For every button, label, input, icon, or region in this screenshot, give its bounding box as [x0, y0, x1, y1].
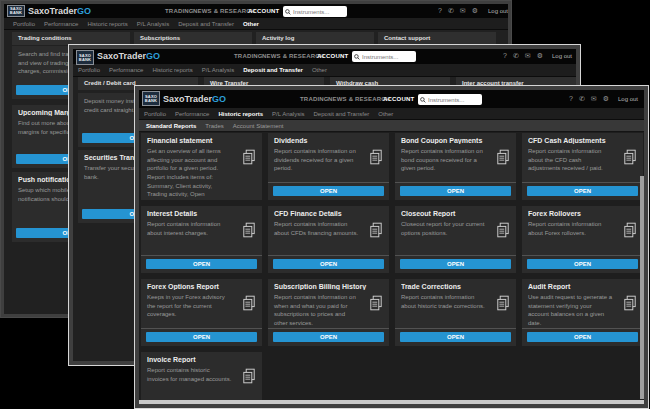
nav-news-research[interactable]: NEWS & RESEARCH	[262, 53, 324, 59]
settings-icon[interactable]: ⚙	[472, 6, 478, 16]
instrument-search[interactable]	[283, 6, 347, 17]
open-button[interactable]: OPEN	[527, 332, 638, 342]
tab-performance[interactable]: Performance	[175, 111, 209, 117]
open-button[interactable]: OPEN	[400, 186, 511, 196]
nav-news-research[interactable]: NEWS & RESEARCH	[328, 96, 390, 102]
tab-other[interactable]: Other	[312, 67, 327, 73]
open-button[interactable]: OPEN	[273, 186, 384, 196]
subtab-account-statement[interactable]: Account Statement	[233, 123, 284, 129]
nav-account[interactable]: ACCOUNT	[383, 96, 414, 102]
card-body: Closeout Report Closeout report for your…	[395, 206, 516, 255]
mail-icon[interactable]: ✉	[525, 51, 531, 61]
search-icon	[354, 54, 360, 60]
settings-icon[interactable]: ⚙	[603, 94, 609, 104]
search-input[interactable]	[428, 97, 480, 103]
tab-deposit-transfer[interactable]: Deposit and Transfer	[243, 67, 303, 73]
search-icon	[420, 97, 426, 103]
report-document-icon	[368, 222, 384, 238]
card-title: Forex Options Report	[147, 283, 256, 290]
instrument-search[interactable]	[352, 51, 416, 62]
nav-news-research[interactable]: NEWS & RESEARCH	[193, 8, 255, 14]
open-button[interactable]: OPEN	[527, 259, 638, 269]
card-footer: OPEN	[522, 328, 643, 346]
card-body: Bond Coupon Payments Report contains inf…	[395, 133, 516, 182]
open-button[interactable]: OPEN	[273, 259, 384, 269]
subtab-trades[interactable]: Trades	[205, 123, 223, 129]
logout-button[interactable]: Log out	[488, 8, 508, 14]
card-title: CFD Finance Details	[274, 210, 383, 217]
tab-performance[interactable]: Performance	[109, 67, 143, 73]
card-description: Report contains information about intere…	[147, 220, 256, 237]
horizontal-scrollbar[interactable]	[139, 400, 644, 404]
report-card-forex-options-report: Forex Options Report Keeps in your Forex…	[141, 279, 262, 346]
logout-button[interactable]: Log out	[552, 53, 572, 59]
header-icons: ? ✆ ✉ ⚙	[503, 51, 543, 61]
tab-pl-analysis[interactable]: P/L Analysis	[272, 111, 304, 117]
tab-historic-reports[interactable]: Historic reports	[87, 21, 127, 27]
report-card-subscription-billing-history: Subscription Billing History Report cont…	[268, 279, 389, 346]
report-card-cfd-finance-details: CFD Finance Details Report contains info…	[268, 206, 389, 273]
vertical-scrollbar[interactable]	[640, 176, 644, 399]
tab-historic-reports[interactable]: Historic reports	[218, 111, 263, 117]
window-historic-reports: SAXO BANK SaxoTraderGO TRADING NEWS & RE…	[134, 85, 649, 409]
help-icon[interactable]: ?	[503, 51, 507, 61]
logout-button[interactable]: Log out	[618, 96, 638, 102]
phone-icon[interactable]: ✆	[448, 6, 454, 16]
card-description: Report contains information about Forex …	[528, 220, 637, 237]
card-description: Report contains information about CFDs f…	[274, 220, 383, 237]
open-button[interactable]: OPEN	[527, 186, 638, 196]
card-title: Interest Details	[147, 210, 256, 217]
nav-account[interactable]: ACCOUNT	[248, 8, 279, 14]
nav-trading[interactable]: TRADING	[300, 96, 329, 102]
instrument-search[interactable]	[418, 94, 482, 105]
open-button[interactable]: OPEN	[400, 259, 511, 269]
search-input[interactable]	[293, 9, 345, 15]
card-title: Financial statement	[147, 137, 256, 144]
help-icon[interactable]: ?	[569, 94, 573, 104]
card-body: CFD Finance Details Report contains info…	[268, 206, 389, 255]
tab-other[interactable]: Other	[378, 111, 393, 117]
app-header: SAXO BANK SaxoTraderGO TRADING NEWS & RE…	[73, 49, 576, 64]
mail-icon[interactable]: ✉	[591, 94, 597, 104]
report-document-icon	[241, 222, 257, 238]
open-button[interactable]: OPEN	[146, 332, 257, 342]
tab-historic-reports[interactable]: Historic reports	[152, 67, 192, 73]
help-icon[interactable]: ?	[438, 6, 442, 16]
subtab-standard-reports[interactable]: Standard Reports	[146, 123, 196, 129]
open-button[interactable]: OPEN	[273, 332, 384, 342]
tab-portfolio[interactable]: Portfolio	[78, 67, 100, 73]
tab-deposit-transfer[interactable]: Deposit and Transfer	[178, 21, 234, 27]
tab-other[interactable]: Other	[243, 21, 259, 27]
nav-trading[interactable]: TRADING	[165, 8, 194, 14]
phone-icon[interactable]: ✆	[513, 51, 519, 61]
search-input[interactable]	[362, 54, 414, 60]
card-footer: OPEN	[268, 328, 389, 346]
tab-pl-analysis[interactable]: P/L Analysis	[137, 21, 169, 27]
tab-portfolio[interactable]: Portfolio	[144, 111, 166, 117]
report-document-icon	[368, 295, 384, 311]
desktop: { "chrome": { "logo": {"line1": "SAXO", …	[0, 0, 650, 409]
open-button[interactable]: OPEN	[400, 332, 511, 342]
nav-trading[interactable]: TRADING	[234, 53, 263, 59]
card-description: Closeout report for your current options…	[401, 220, 510, 237]
tab-pl-analysis[interactable]: P/L Analysis	[202, 67, 234, 73]
settings-icon[interactable]: ⚙	[537, 51, 543, 61]
tab-performance[interactable]: Performance	[44, 21, 78, 27]
card-footer: OPEN	[522, 182, 643, 200]
open-button[interactable]: OPEN	[146, 259, 257, 269]
card-description: Report contains information on bond coup…	[401, 147, 510, 173]
card-body: Dividends Report contains information on…	[268, 133, 389, 182]
card-body: Financial statement Get an overview of a…	[141, 133, 262, 200]
report-document-icon	[495, 295, 511, 311]
card-title: Closeout Report	[401, 210, 510, 217]
nav-account[interactable]: ACCOUNT	[317, 53, 348, 59]
report-document-icon	[241, 295, 257, 311]
phone-icon[interactable]: ✆	[579, 94, 585, 104]
tab-deposit-transfer[interactable]: Deposit and Transfer	[314, 111, 370, 117]
report-document-icon	[368, 149, 384, 165]
mail-icon[interactable]: ✉	[460, 6, 466, 16]
tab-portfolio[interactable]: Portfolio	[13, 21, 35, 27]
card-body: Forex Rollovers Report contains informat…	[522, 206, 643, 255]
card-footer: OPEN	[268, 255, 389, 273]
window-body: SAXO BANK SaxoTraderGO TRADING NEWS & RE…	[139, 90, 644, 404]
